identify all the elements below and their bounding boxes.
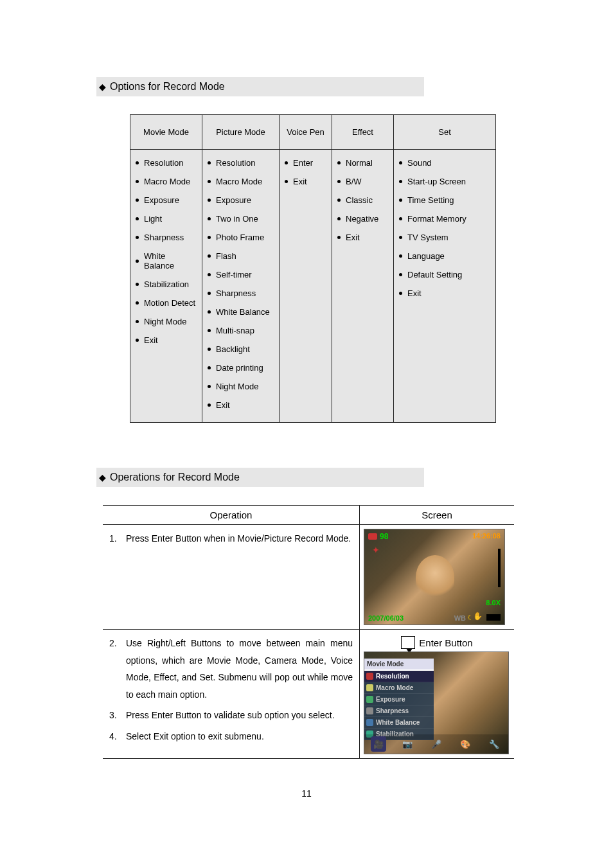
camera-icon xyxy=(368,533,377,540)
option-item: Stabilization xyxy=(136,275,197,294)
bottom-icon-camera: 📷 xyxy=(400,736,415,752)
option-item: Date printing xyxy=(208,359,274,377)
screen1-date: 2007/06/03 xyxy=(368,614,404,622)
option-item-label: Exit xyxy=(407,288,422,298)
movie-mode-list: ResolutionMacro ModeExposureLightSharpne… xyxy=(130,150,202,357)
option-item: B/W xyxy=(337,172,388,191)
option-item: Backlight xyxy=(208,340,274,359)
th-screen: Screen xyxy=(360,506,515,525)
bullet-icon xyxy=(136,260,139,263)
screen1-count: 98 xyxy=(380,532,388,541)
option-item-label: Exposure xyxy=(216,195,251,205)
option-item: Motion Detect xyxy=(136,294,197,312)
option-item: Sound xyxy=(399,154,490,172)
op-text: Press Enter Button to validate sub optio… xyxy=(126,707,353,724)
section-heading-operations-text: Operations for Record Mode xyxy=(110,472,240,483)
option-item-label: White Balance xyxy=(144,251,197,270)
option-item-label: Light xyxy=(144,214,162,224)
menu-item-label: Sharpness xyxy=(376,707,409,714)
bullet-icon xyxy=(136,180,139,183)
bullet-icon xyxy=(208,236,211,239)
option-item-label: Language xyxy=(407,251,445,261)
op-num: 2. xyxy=(109,635,126,703)
option-item: Multi-snap xyxy=(208,321,274,340)
op-text: Select Exit option to exit submenu. xyxy=(126,728,353,745)
option-item: Resolution xyxy=(208,154,274,172)
bullet-icon xyxy=(136,217,139,220)
enter-button-box-icon xyxy=(401,636,415,649)
option-item-label: B/W xyxy=(346,177,362,186)
menu-item-label: White Balance xyxy=(376,719,420,726)
bullet-icon xyxy=(399,217,402,220)
option-item: Photo Frame xyxy=(208,228,274,247)
option-item-label: Night Mode xyxy=(216,382,258,391)
th-effect: Effect xyxy=(332,115,394,150)
picture-mode-list: ResolutionMacro ModeExposureTwo in OnePh… xyxy=(202,150,279,422)
battery-icon xyxy=(486,614,501,621)
menu-item-label: Exposure xyxy=(376,696,405,703)
section-heading-operations: ◆ Operations for Record Mode xyxy=(96,468,424,487)
bullet-icon xyxy=(208,366,211,369)
op-num-1: 1. xyxy=(109,530,126,547)
menu-item-icon xyxy=(366,696,373,703)
op-text-1: Press Enter Button when in Movie/Picture… xyxy=(126,530,353,547)
bullet-icon xyxy=(337,161,341,164)
op-row-1-cell: 1. Press Enter Button when in Movie/Pict… xyxy=(103,525,360,630)
bullet-icon xyxy=(337,199,341,202)
bullet-icon xyxy=(208,329,211,332)
option-item-label: TV System xyxy=(407,233,449,242)
effect-list: NormalB/WClassicNegativeExit xyxy=(332,150,393,254)
option-item-label: Exit xyxy=(293,177,307,186)
option-item: Enter xyxy=(285,154,326,172)
bullet-icon xyxy=(399,273,402,276)
screen2-mock: Movie Mode ResolutionMacro ModeExposureS… xyxy=(364,651,509,754)
section-heading-options-text: Options for Record Mode xyxy=(110,81,225,93)
option-item: Exit xyxy=(136,331,197,350)
voice-pen-list: EnterExit xyxy=(280,150,332,199)
option-item: Normal xyxy=(337,154,388,172)
menu-item-icon xyxy=(366,707,373,714)
th-picture-mode: Picture Mode xyxy=(202,115,280,150)
bullet-icon xyxy=(136,320,139,323)
op-row-1-screen: 98 14:26:08 ✦ 8.0X 2007/06/03 WB ☾ ✋ xyxy=(360,525,515,630)
option-item-label: Sharpness xyxy=(216,288,256,298)
bullet-icon xyxy=(208,161,211,164)
option-item: Format Memory xyxy=(399,209,490,228)
option-item: Language xyxy=(399,247,490,265)
bullet-icon xyxy=(136,236,139,239)
hand-icon: ✋ xyxy=(473,612,483,621)
bullet-icon xyxy=(399,161,402,164)
option-item-label: Format Memory xyxy=(407,214,466,224)
bullet-icon xyxy=(208,199,211,202)
menu-item-icon xyxy=(366,719,373,726)
enter-button-label: Enter Button xyxy=(419,637,472,648)
menu-item-label: Resolution xyxy=(376,673,409,680)
menu-item-icon xyxy=(366,673,373,680)
option-item: Exit xyxy=(208,396,274,414)
option-item-label: Exit xyxy=(216,400,230,410)
option-item-label: Two in One xyxy=(216,214,258,224)
bullet-icon xyxy=(208,292,211,295)
option-item-label: Exposure xyxy=(144,195,179,205)
bullet-icon xyxy=(208,385,211,388)
zoom-bar xyxy=(498,549,501,587)
option-item-label: Default Setting xyxy=(407,270,462,279)
option-item-label: Sound xyxy=(407,158,432,168)
face-graphic xyxy=(416,555,454,600)
bullet-icon xyxy=(399,292,402,295)
option-item-label: Motion Detect xyxy=(144,298,195,308)
screen1-mock: 98 14:26:08 ✦ 8.0X 2007/06/03 WB ☾ ✋ xyxy=(364,529,505,625)
option-item-label: Backlight xyxy=(216,344,250,354)
option-item-label: Sharpness xyxy=(144,233,184,242)
menu-item: Exposure xyxy=(364,694,434,705)
bullet-icon xyxy=(208,254,211,258)
bottom-icon-movie: 🎥 xyxy=(371,736,386,752)
op-text: Use Right/Left Buttons to move between m… xyxy=(126,635,353,703)
bullet-icon xyxy=(136,339,139,342)
option-item-label: Resolution xyxy=(144,158,183,168)
option-item: Night Mode xyxy=(136,312,197,331)
menu-title: Movie Mode xyxy=(364,659,434,671)
bullet-icon xyxy=(208,310,211,314)
th-movie-mode: Movie Mode xyxy=(130,115,202,150)
screen1-time: 14:26:08 xyxy=(472,532,501,540)
